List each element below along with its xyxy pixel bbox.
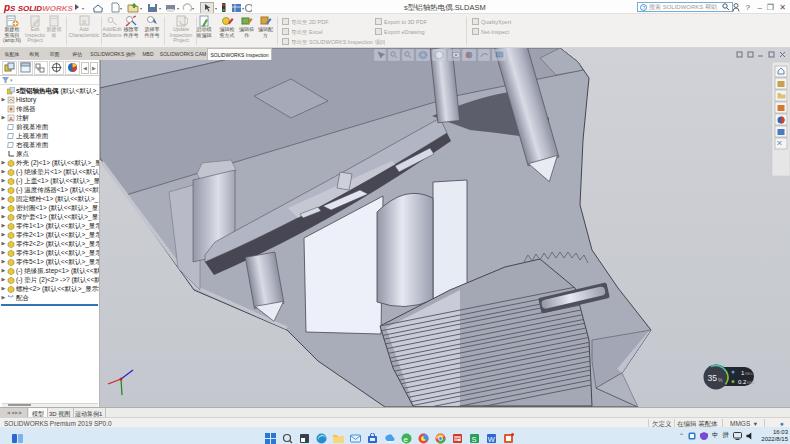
svg-text:35: 35 (708, 373, 718, 383)
svg-text:▾: ▾ (215, 6, 217, 11)
svg-text:W: W (488, 435, 496, 444)
svg-text:▾: ▾ (159, 6, 161, 11)
svg-text:a: a (82, 18, 86, 25)
svg-text:S: S (472, 435, 477, 444)
svg-text:A: A (9, 115, 13, 121)
svg-text:%: % (718, 377, 723, 383)
svg-text:▾: ▾ (120, 6, 122, 11)
svg-text:▾: ▾ (82, 6, 84, 11)
svg-text:▾: ▾ (177, 6, 179, 11)
svg-text:▾: ▾ (242, 6, 244, 11)
svg-text:KB/s: KB/s (745, 372, 753, 376)
svg-text:e: e (404, 435, 409, 444)
svg-text:▾: ▾ (140, 6, 142, 11)
svg-text:?: ? (642, 4, 645, 10)
svg-text:0.2: 0.2 (738, 379, 747, 385)
svg-text:▾: ▾ (192, 6, 194, 11)
svg-text:KB/s: KB/s (747, 381, 755, 385)
